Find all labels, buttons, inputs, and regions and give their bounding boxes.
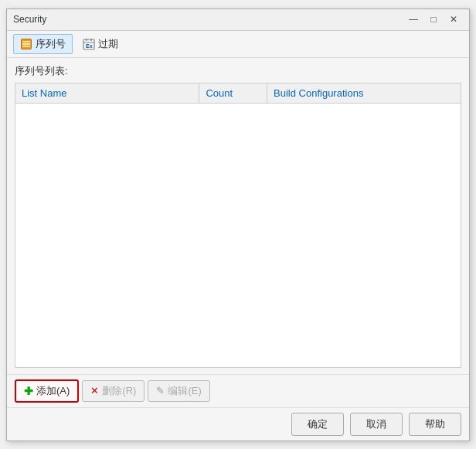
delete-button[interactable]: ✕ 删除(R) (82, 380, 144, 402)
edit-button[interactable]: ✎ 编辑(E) (148, 380, 209, 402)
delete-icon: ✕ (90, 385, 99, 396)
tab-serial-label: 序列号 (36, 37, 66, 51)
col-header-listname: List Name (15, 83, 199, 104)
col-header-count: Count (199, 83, 267, 104)
cancel-button[interactable]: 取消 (350, 413, 403, 436)
content-area: 序列号列表: List Name Count Build Configurati… (7, 58, 469, 374)
maximize-button[interactable]: □ (424, 12, 443, 27)
add-icon: ✚ (24, 385, 33, 397)
tab-expire-label: 过期 (98, 37, 118, 51)
bottom-toolbar: ✚ 添加(A) ✕ 删除(R) ✎ 编辑(E) (7, 374, 469, 407)
main-window: Security — □ ✕ 序列号 (6, 9, 470, 441)
window-title: Security (13, 14, 46, 25)
col-header-build: Build Configurations (267, 83, 461, 104)
serial-icon (20, 38, 32, 50)
tab-expire[interactable]: Ex 过期 (76, 34, 125, 54)
add-button[interactable]: ✚ 添加(A) (15, 379, 79, 403)
title-bar-left: Security (13, 14, 46, 25)
help-button[interactable]: 帮助 (409, 413, 461, 436)
dialog-footer: 确定 取消 帮助 (7, 407, 469, 440)
add-label: 添加(A) (36, 384, 70, 398)
toolbar: 序列号 Ex 过期 (7, 31, 469, 58)
table-container: List Name Count Build Configurations (15, 83, 461, 368)
confirm-button[interactable]: 确定 (291, 413, 344, 436)
minimize-button[interactable]: — (404, 12, 423, 27)
tab-serial[interactable]: 序列号 (13, 34, 73, 54)
svg-rect-6 (86, 39, 87, 41)
section-label: 序列号列表: (15, 64, 461, 78)
delete-label: 删除(R) (102, 384, 136, 398)
close-button[interactable]: ✕ (444, 12, 463, 27)
title-controls: — □ ✕ (404, 12, 463, 27)
title-bar: Security — □ ✕ (7, 9, 469, 31)
edit-icon: ✎ (156, 385, 165, 396)
table-header-row: List Name Count Build Configurations (15, 83, 461, 104)
serial-table: List Name Count Build Configurations (15, 83, 461, 104)
edit-label: 编辑(E) (168, 384, 201, 398)
svg-rect-7 (90, 39, 92, 41)
svg-text:Ex: Ex (86, 43, 93, 49)
expire-icon: Ex (83, 38, 95, 50)
